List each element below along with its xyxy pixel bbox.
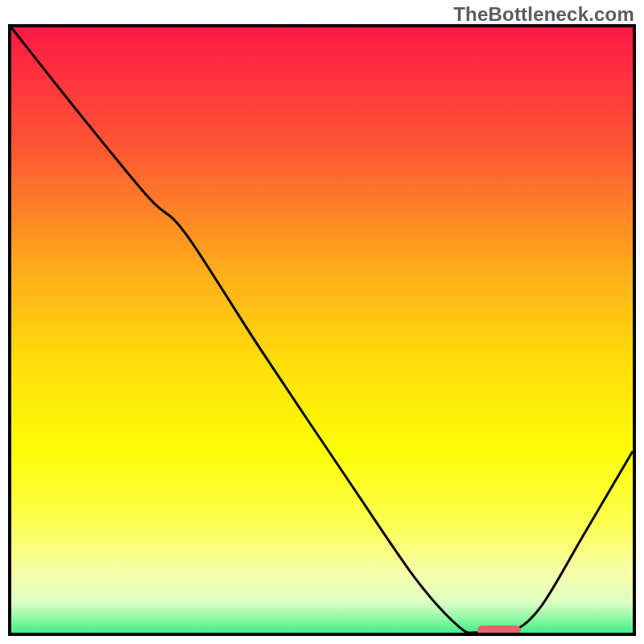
axis-border-top: [8, 24, 636, 27]
axis-border-right: [633, 24, 636, 636]
chart-frame: [8, 24, 636, 636]
chart-svg: [8, 24, 636, 636]
axis-border-left: [8, 24, 11, 636]
gradient-fill: [11, 27, 633, 633]
axis-border-bottom: [8, 633, 636, 636]
watermark-text: TheBottleneck.com: [453, 3, 634, 26]
plot-area: [8, 24, 636, 636]
